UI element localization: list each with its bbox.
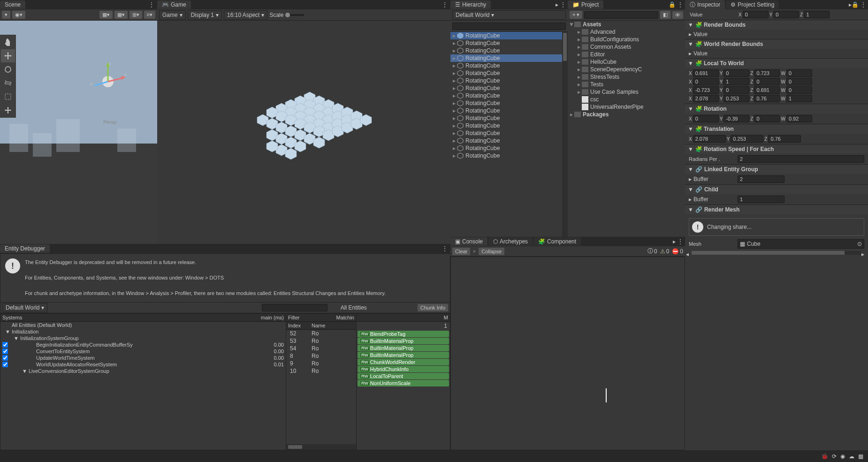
- entity-row[interactable]: 52Ro: [286, 330, 356, 337]
- hierarchy-search[interactable]: [452, 23, 566, 30]
- mesh-object-field[interactable]: ▦ Cube ⊙: [738, 239, 864, 249]
- render-mesh-header[interactable]: ▼🔗 Render Mesh: [685, 204, 868, 214]
- child-buffer-input[interactable]: [738, 196, 784, 203]
- move-tool[interactable]: [1, 49, 15, 62]
- entity-row[interactable]: 8Ro: [286, 352, 356, 360]
- game-menu-icon[interactable]: ⋮: [439, 1, 450, 8]
- hierarchy-item[interactable]: ▸RotatingCube: [450, 137, 568, 144]
- rotation-speed-header[interactable]: ▼🧩 Rotation Speed | For Each: [685, 144, 868, 154]
- scene-2d-toggle[interactable]: ◉▾: [12, 11, 25, 19]
- status-icon-4[interactable]: ☁: [849, 453, 854, 460]
- hierarchy-item[interactable]: ▸RotatingCube: [450, 69, 568, 77]
- rot-z[interactable]: [754, 115, 780, 122]
- trans-x[interactable]: [693, 135, 726, 143]
- visibility-icon[interactable]: 👁: [672, 11, 683, 19]
- project-folder[interactable]: ▸SceneDependencyC: [568, 66, 685, 73]
- project-assets-root[interactable]: ▼Assets: [568, 21, 685, 28]
- world-dropdown[interactable]: Default World ▾: [2, 303, 47, 312]
- scene-menu-icon[interactable]: ⋮: [146, 1, 157, 8]
- component-tag[interactable]: RWBuiltinMaterialProp: [358, 345, 449, 351]
- component-tag[interactable]: RWBuiltinMaterialProp: [358, 352, 449, 358]
- ltw-1-w[interactable]: [786, 78, 812, 85]
- hierarchy-item[interactable]: ▸RotatingCube: [450, 122, 568, 129]
- entity-row[interactable]: 53Ro: [286, 337, 356, 345]
- components-tab[interactable]: 🧩 Component: [533, 237, 581, 246]
- val-x[interactable]: [743, 11, 769, 18]
- project-menu-icon[interactable]: ⋮: [676, 1, 685, 8]
- project-folder[interactable]: ▸HelloCube: [568, 58, 685, 66]
- status-icon-2[interactable]: ⟳: [832, 453, 837, 460]
- ltw-1-y[interactable]: [723, 78, 749, 85]
- warn-count[interactable]: ⚠0: [660, 248, 670, 255]
- component-tag[interactable]: RWLocalToParent: [358, 373, 449, 379]
- archetypes-tab[interactable]: ⬡ Archetypes: [488, 237, 533, 246]
- status-icon-1[interactable]: 🐞: [821, 453, 828, 460]
- game-tab[interactable]: 🎮 Game: [157, 0, 191, 9]
- project-settings-tab[interactable]: ⚙ Project Setting: [726, 0, 779, 9]
- scene-shading-dropdown[interactable]: ▾: [2, 11, 10, 19]
- status-icon-5[interactable]: ▦: [858, 453, 863, 460]
- translation-header[interactable]: ▼🧩 Translation: [685, 124, 868, 134]
- scene-handle-btn[interactable]: ⊞▾: [129, 11, 142, 19]
- hierarchy-item[interactable]: ▸RotatingCube: [450, 62, 568, 69]
- scene-gizmo[interactable]: y x z: [84, 58, 122, 96]
- collapse-button[interactable]: Collapse: [479, 248, 504, 255]
- ltw-3-x[interactable]: [693, 95, 719, 102]
- rotation-header[interactable]: ▼🧩 Rotation: [685, 104, 868, 114]
- inspector-menu-icon[interactable]: ⋮: [859, 1, 868, 8]
- ltw-0-w[interactable]: [786, 69, 812, 77]
- clear-button[interactable]: Clear: [452, 248, 470, 255]
- aspect-dropdown[interactable]: 16:10 Aspect ▾: [224, 10, 267, 20]
- hierarchy-item[interactable]: ▸RotatingCube: [450, 144, 568, 152]
- hierarchy-item[interactable]: ▸RotatingCube: [450, 32, 568, 39]
- lock-icon[interactable]: 🔒: [669, 1, 676, 8]
- scene-tab[interactable]: Scene: [0, 0, 25, 9]
- game-camera-dropdown[interactable]: Game ▾: [159, 10, 186, 20]
- radians-input[interactable]: [738, 155, 864, 163]
- hierarchy-item[interactable]: ▸RotatingCube: [450, 129, 568, 137]
- entity-row[interactable]: 54Ro: [286, 345, 356, 352]
- project-folder[interactable]: ▸StressTests: [568, 73, 685, 81]
- scene-grid-btn[interactable]: ▦▾: [99, 11, 113, 19]
- system-row[interactable]: UpdateWorldTimeSystem0.00: [0, 355, 286, 361]
- debugger-menu-icon[interactable]: ⋮: [439, 245, 450, 252]
- ltw-0-x[interactable]: [693, 69, 719, 77]
- rot-y[interactable]: [723, 115, 749, 122]
- scale-slider[interactable]: [285, 14, 304, 16]
- linked-entity-group-header[interactable]: ▼🔗 Linked Entity Group: [685, 164, 868, 174]
- filter-icon[interactable]: ◧: [660, 11, 670, 19]
- debugger-search[interactable]: [262, 304, 327, 311]
- component-tag[interactable]: RWBlendProbeTag: [358, 331, 449, 337]
- component-tag[interactable]: RWHybridChunkInfo: [358, 366, 449, 372]
- scale-tool[interactable]: [1, 76, 15, 90]
- project-packages[interactable]: ▸Packages: [568, 111, 685, 118]
- rect-tool[interactable]: [1, 90, 15, 103]
- ltw-2-y[interactable]: [723, 86, 749, 94]
- status-icon-3[interactable]: ◉: [840, 453, 845, 460]
- ltw-1-z[interactable]: [754, 78, 780, 85]
- console-menu-icon[interactable]: ⋮: [676, 238, 685, 245]
- hierarchy-item[interactable]: ▸RotatingCube: [450, 54, 568, 62]
- system-row[interactable]: ▼ InitializationSystemGroup: [0, 335, 286, 341]
- component-tag[interactable]: RWBuiltinMaterialProp: [358, 338, 449, 344]
- trans-z[interactable]: [768, 135, 801, 143]
- system-row[interactable]: ConvertToEntitySystem0.00: [0, 348, 286, 355]
- chunk-info-button[interactable]: Chunk Info: [418, 304, 448, 311]
- system-row[interactable]: ▼ LiveConversionEditorSystemGroup: [0, 368, 286, 374]
- project-folder[interactable]: ▸BuildConfigurations: [568, 36, 685, 43]
- ltw-2-w[interactable]: [786, 86, 812, 94]
- hierarchy-item[interactable]: ▸RotatingCube: [450, 107, 568, 114]
- scene-viewport[interactable]: y x z Persp: [0, 21, 157, 244]
- hierarchy-tab[interactable]: ☰ Hierarchy: [450, 0, 491, 9]
- val-z[interactable]: [804, 11, 830, 18]
- project-search[interactable]: [584, 11, 658, 19]
- project-file[interactable]: csc: [568, 96, 685, 103]
- child-header[interactable]: ▼🔗 Child: [685, 184, 868, 194]
- ltw-0-z[interactable]: [754, 69, 780, 77]
- scene-grid-settings[interactable]: ≡▾: [144, 11, 155, 19]
- project-folder[interactable]: ▸Advanced: [568, 28, 685, 36]
- inspector-lock-icon[interactable]: 🔒: [852, 1, 859, 8]
- hierarchy-item[interactable]: ▸RotatingCube: [450, 92, 568, 99]
- linked-buffer-input[interactable]: [738, 175, 784, 183]
- hierarchy-item[interactable]: ▸RotatingCube: [450, 84, 568, 92]
